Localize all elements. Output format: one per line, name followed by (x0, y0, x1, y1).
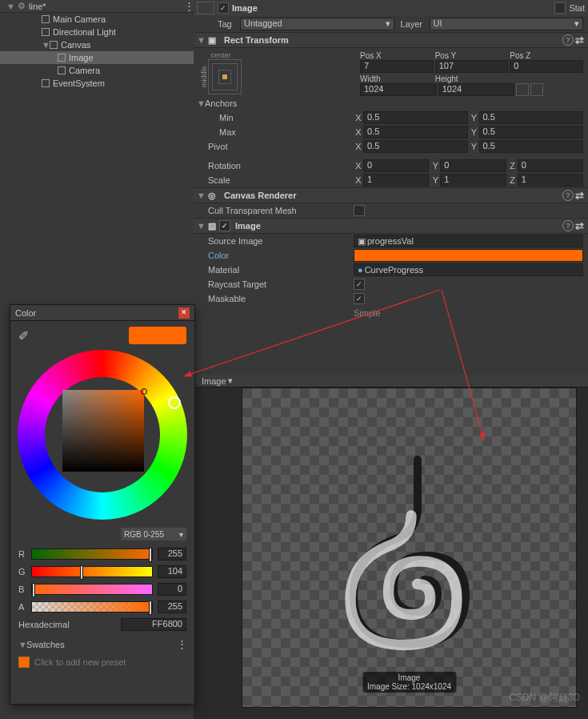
unity-icon: ⚙ (18, 1, 26, 11)
hex-row: Hexadecimal FF6800 (10, 616, 194, 633)
rot-y[interactable]: 0 (440, 159, 506, 172)
rot-x[interactable]: 0 (363, 159, 429, 172)
gameobject-name[interactable]: Image (232, 3, 554, 13)
help-icon[interactable]: ? (562, 220, 574, 231)
a-slider-row: A 255 (10, 598, 194, 616)
raw-edit-icon[interactable] (530, 83, 543, 96)
anchor-max-y[interactable]: 0.5 (479, 126, 584, 139)
maskable-checkbox[interactable]: ✓ (354, 293, 365, 304)
pivot-x[interactable]: 0.5 (363, 140, 468, 153)
color-wheel[interactable] (18, 350, 187, 520)
hue-cursor[interactable] (168, 396, 181, 409)
a-slider[interactable] (31, 601, 153, 613)
add-preset-row[interactable]: Click to add new preset (10, 655, 194, 669)
anchor-preset-label-top: center (200, 51, 242, 59)
inspector-panel: ✓ Image Stat Tag Untagged▾ Layer UI▾ ▼ ▣… (194, 0, 588, 375)
pivot-y[interactable]: 0.5 (479, 140, 584, 153)
posz-field[interactable]: 0 (510, 60, 583, 73)
width-field[interactable]: 1024 (360, 83, 437, 96)
tag-label: Tag (218, 19, 240, 29)
hierarchy-scene-row[interactable]: ▼ ⚙ line* ⋮ (0, 0, 194, 13)
hierarchy-item-eventsystem[interactable]: EventSystem (0, 77, 194, 90)
layer-dropdown[interactable]: UI▾ (430, 18, 584, 30)
b-value[interactable]: 0 (158, 583, 186, 596)
anchor-preset-label-side: middle (200, 59, 208, 94)
r-slider[interactable] (31, 548, 153, 560)
rect-anchor-preset-row: center middle Pos XPos YPos Z 71070 Widt… (194, 48, 588, 96)
hierarchy-item-canvas[interactable]: ▼Canvas (0, 38, 194, 51)
anchor-max-x[interactable]: 0.5 (363, 126, 468, 139)
preset-icon[interactable]: ⇄ (575, 220, 585, 232)
preset-icon[interactable]: ⇄ (575, 190, 585, 202)
hierarchy-item-main-camera[interactable]: Main Camera (0, 13, 194, 26)
static-checkbox[interactable] (554, 2, 566, 14)
raycast-checkbox[interactable]: ✓ (354, 279, 365, 290)
b-slider-row: B 0 (10, 580, 194, 598)
color-property-label[interactable]: Color (197, 251, 354, 260)
sv-box[interactable] (62, 390, 144, 472)
hierarchy-item-directional-light[interactable]: Directional Light (0, 26, 194, 38)
color-mode-dropdown[interactable]: RGB 0-255▾ (121, 528, 186, 540)
hex-field[interactable]: FF6800 (121, 618, 186, 631)
swatches-foldout[interactable]: ▼Swatches⋮ (10, 633, 194, 655)
scale-y[interactable]: 1 (440, 174, 506, 187)
height-field[interactable]: 1024 (438, 83, 515, 96)
color-swatch[interactable] (354, 249, 583, 262)
anchor-min-x[interactable]: 0.5 (363, 111, 468, 124)
source-image-field[interactable]: ▣progressVal (354, 235, 583, 247)
scene-name: line* (29, 2, 46, 11)
image-component-header[interactable]: ▼ ▧ ✓ Image ? ⇄ (194, 218, 588, 234)
material-field[interactable]: ●CurveProgress (354, 263, 583, 276)
anchors-foldout[interactable]: ▼Anchors (194, 96, 588, 110)
gameobject-icon[interactable] (197, 2, 214, 14)
image-enabled-checkbox[interactable]: ✓ (219, 220, 230, 231)
a-value[interactable]: 255 (158, 601, 186, 613)
color-window-titlebar[interactable]: Color ✕ (10, 305, 194, 321)
kebab-icon[interactable]: ⋮ (184, 0, 194, 12)
anchor-preset-button[interactable] (208, 59, 242, 94)
eyedropper-icon[interactable]: ✐ (18, 328, 29, 343)
kebab-icon[interactable]: ⋮ (177, 638, 186, 650)
rect-transform-header[interactable]: ▼ ▣ Rect Transform ? ⇄ (194, 32, 588, 48)
scale-x[interactable]: 1 (363, 174, 429, 187)
hierarchy-item-image[interactable]: Image (0, 51, 194, 64)
blueprint-mode-icon[interactable] (516, 83, 529, 96)
tag-dropdown[interactable]: Untagged▾ (240, 18, 394, 30)
preview-tab[interactable]: Image▾ (194, 375, 588, 388)
posx-field[interactable]: 7 (360, 60, 434, 73)
sv-cursor[interactable] (141, 388, 147, 395)
g-value[interactable]: 104 (158, 565, 186, 578)
active-checkbox[interactable]: ✓ (218, 2, 229, 14)
preview-pane: Image▾ Image Image Size: 1024x1024 (194, 375, 588, 719)
rot-z[interactable]: 0 (518, 159, 583, 172)
tag-layer-row: Tag Untagged▾ Layer UI▾ (194, 16, 588, 32)
preview-spiral (290, 428, 530, 668)
b-slider[interactable] (31, 584, 153, 595)
color-picker-window: Color ✕ ✐ RGB 0-255▾ R 255 G 104 B 0 A 2… (10, 304, 195, 705)
canvas-renderer-header[interactable]: ▼ ◎ Canvas Renderer ? ⇄ (194, 187, 588, 203)
r-value[interactable]: 255 (158, 548, 186, 560)
scale-z[interactable]: 1 (518, 174, 583, 187)
preview-footer: Image Image Size: 1024x1024 (362, 672, 456, 693)
material-icon: ● (358, 265, 363, 275)
posy-field[interactable]: 107 (435, 60, 509, 73)
sprite-icon: ▣ (358, 236, 366, 247)
g-slider[interactable] (31, 566, 153, 577)
help-icon[interactable]: ? (562, 34, 574, 46)
watermark: CSDN @阿赵3D (509, 691, 580, 705)
r-slider-row: R 255 (10, 545, 194, 563)
static-label: Stat (569, 3, 585, 13)
anchor-min-y[interactable]: 0.5 (479, 111, 584, 124)
canvas-renderer-icon: ◎ (205, 191, 219, 201)
preset-swatch-icon (18, 657, 30, 668)
chevron-down-icon: ▼ (42, 40, 50, 50)
cull-checkbox[interactable] (354, 205, 365, 216)
preset-icon[interactable]: ⇄ (575, 34, 585, 46)
chevron-down-icon: ▼ (6, 2, 14, 11)
hierarchy-item-camera[interactable]: Camera (0, 64, 194, 77)
close-icon[interactable]: ✕ (178, 307, 190, 319)
help-icon[interactable]: ? (562, 190, 574, 201)
preview-body: Image Image Size: 1024x1024 (242, 388, 577, 708)
current-color-swatch (129, 327, 186, 344)
rect-transform-icon: ▣ (205, 35, 219, 46)
